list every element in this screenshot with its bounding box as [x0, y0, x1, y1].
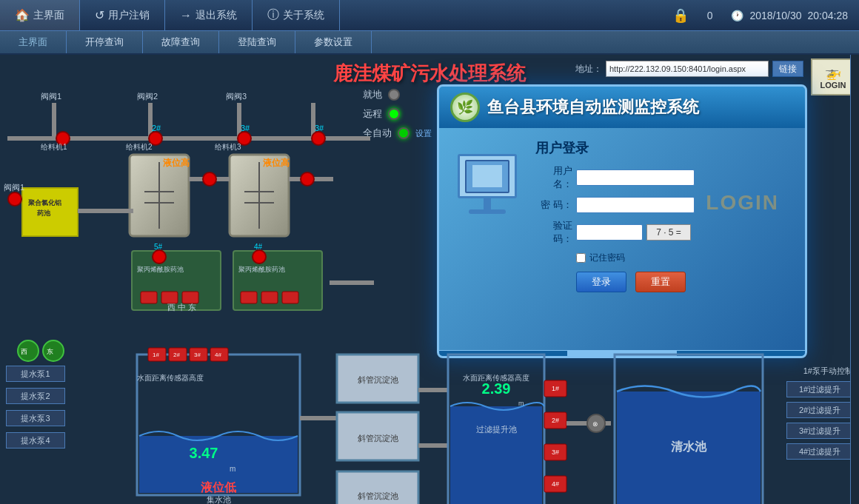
svg-text:西: 西 [21, 348, 27, 355]
scrollbar-right[interactable] [850, 55, 859, 504]
pump-ctrl-4[interactable]: 提水泵4 [6, 432, 65, 448]
svg-rect-29 [22, 188, 78, 236]
svg-text:液位低: 液位低 [201, 480, 237, 494]
svg-rect-101 [544, 476, 566, 492]
svg-rect-45 [233, 251, 322, 310]
svg-point-41 [43, 340, 64, 361]
svg-text:药池: 药池 [37, 209, 51, 217]
mode-local-label: 就地 [363, 88, 382, 101]
about-menu-item[interactable]: ⓘ 关于系统 [253, 0, 340, 30]
svg-rect-22 [230, 155, 289, 236]
svg-text:聚丙烯酰胺药池: 聚丙烯酰胺药池 [238, 266, 285, 273]
lock-icon: 🔒 [661, 7, 700, 24]
login-button[interactable]: 登录 [576, 272, 626, 292]
nav-params[interactable]: 参数设置 [295, 31, 372, 53]
svg-text:3#: 3# [315, 124, 324, 132]
svg-text:4#: 4# [215, 352, 221, 358]
exit-menu-item[interactable]: → 退出系统 [165, 0, 253, 30]
logout-icon: ↺ [95, 8, 104, 22]
svg-point-104 [587, 414, 605, 432]
main-area: 鹿洼煤矿污水处理系统 地址： 链接 🚁 LOGIN 就地 远程 全自动 设置 [0, 55, 859, 504]
nav-login-query[interactable]: 登陆查询 [219, 31, 295, 53]
svg-point-8 [312, 132, 325, 145]
svg-text:斜管沉淀池: 斜管沉淀池 [358, 491, 398, 500]
svg-point-47 [153, 250, 166, 263]
remember-checkbox[interactable] [576, 253, 586, 263]
username-input[interactable] [576, 169, 695, 186]
filter-ctrl-2[interactable]: 2#过滤提升 [786, 402, 853, 418]
svg-text:m: m [518, 400, 524, 407]
svg-rect-99 [544, 444, 566, 460]
svg-text:阀阀1: 阀阀1 [41, 92, 61, 101]
filter-ctrl-4[interactable]: 4#过滤提升 [786, 443, 853, 460]
nav-fault[interactable]: 故障查询 [143, 31, 219, 53]
captcha-label: 验证码： [535, 219, 572, 246]
svg-text:聚合氯化铝: 聚合氯化铝 [28, 199, 61, 206]
connect-button[interactable]: 链接 [772, 61, 803, 77]
svg-text:m: m [230, 465, 235, 473]
svg-rect-75 [210, 348, 228, 361]
svg-text:4#: 4# [552, 480, 559, 488]
home-menu-item[interactable]: 🏠 主界面 [0, 0, 80, 30]
popup-dialog: 🌿 鱼台县环境自动监测监控系统 用户登录 LOGIN 用户名： [437, 84, 807, 358]
mode-remote-label: 远程 [363, 107, 382, 121]
svg-text:斜管沉淀池: 斜管沉淀池 [358, 434, 398, 443]
svg-text:中: 中 [178, 303, 186, 312]
svg-point-37 [203, 172, 216, 186]
svg-rect-54 [241, 292, 257, 303]
svg-rect-43 [132, 251, 221, 310]
svg-text:4#: 4# [254, 243, 263, 251]
svg-rect-107 [617, 392, 761, 504]
svg-text:给料机3: 给料机3 [215, 143, 241, 151]
svg-text:给料机1: 给料机1 [41, 143, 67, 151]
reset-button[interactable]: 重置 [635, 272, 686, 292]
svg-text:2#: 2# [152, 124, 161, 132]
logout-menu-item[interactable]: ↺ 用户注销 [80, 0, 165, 30]
svg-rect-0 [7, 136, 370, 141]
svg-text:集水池: 集水池 [207, 495, 231, 504]
bottom-section-svg: 3.47 m 水面距离传感器高度 液位低 集水池 总高5米 1# 2# 3# 4… [0, 347, 859, 504]
svg-rect-53 [182, 292, 198, 303]
pump-ctrl-2[interactable]: 提水泵2 [6, 388, 65, 404]
svg-rect-78 [337, 355, 418, 403]
svg-text:聚丙烯酰胺药池: 聚丙烯酰胺药池 [137, 266, 184, 273]
svg-text:⊗: ⊗ [592, 420, 598, 428]
pump-ctrl-1[interactable]: 提水泵1 [6, 366, 65, 382]
login-top-button[interactable]: 🚁 LOGIN [811, 58, 855, 95]
password-input[interactable] [576, 197, 695, 213]
about-icon: ⓘ [267, 7, 279, 23]
svg-text:东: 东 [188, 303, 196, 312]
svg-rect-4 [311, 103, 315, 140]
password-label: 密 码： [535, 198, 572, 212]
pump-controls: 提水泵1 提水泵2 提水泵3 提水泵4 [6, 366, 65, 448]
svg-text:水面距离传感器高度: 水面距离传感器高度 [463, 374, 529, 382]
exit-icon: → [180, 9, 192, 22]
mode-panel: 就地 远程 全自动 设置 [363, 88, 432, 140]
time-display: 20:04:28 [808, 10, 849, 21]
popup-login-title: 用户登录 [535, 139, 794, 157]
mode-auto-led [398, 127, 410, 139]
login-top-label: LOGIN [820, 81, 846, 90]
filter-ctrl-1[interactable]: 1#过滤提升 [786, 381, 853, 397]
computer-stand [484, 198, 491, 209]
url-bar: 地址： 链接 [575, 61, 803, 77]
svg-rect-52 [161, 292, 178, 303]
nav-home[interactable]: 主界面 [0, 31, 67, 53]
svg-rect-80 [337, 416, 341, 438]
nav-startstop[interactable]: 开停查询 [67, 31, 143, 53]
svg-rect-3 [237, 103, 241, 140]
svg-text:水面距离传感器高度: 水面距离传感器高度 [137, 374, 204, 382]
svg-point-7 [238, 132, 251, 145]
filter-ctrl-3[interactable]: 3#过滤提升 [786, 423, 853, 439]
svg-rect-35 [189, 177, 230, 181]
svg-rect-1 [52, 103, 56, 140]
url-label: 地址： [575, 63, 602, 75]
nav-bar: 主界面 开停查询 故障查询 登陆查询 参数设置 [0, 31, 859, 55]
home-label: 主界面 [33, 9, 64, 22]
about-label: 关于系统 [283, 9, 324, 22]
captcha-input[interactable] [576, 224, 643, 241]
settings-label[interactable]: 设置 [415, 128, 432, 139]
pump-ctrl-3[interactable]: 提水泵3 [6, 410, 65, 426]
svg-rect-51 [141, 292, 157, 303]
url-input[interactable] [606, 61, 769, 77]
